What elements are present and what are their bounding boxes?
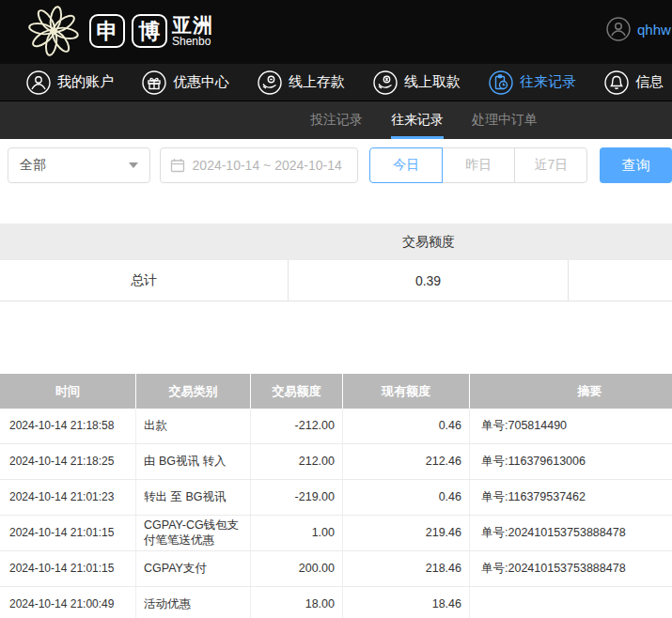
logo-char-1: 申 <box>89 14 125 48</box>
table-row: 2024-10-14 21:01:15CGPAY支付200.00218.46单号… <box>0 551 672 587</box>
cell-time: 2024-10-14 21:01:15 <box>0 516 136 550</box>
cell-time: 2024-10-14 21:01:15 <box>0 551 136 586</box>
cell-amount: 1.00 <box>251 516 343 550</box>
summary-total-label: 总计 <box>0 260 289 301</box>
cell-type: 转出 至 BG视讯 <box>136 480 251 515</box>
quick-date-button-yesterday[interactable]: 昨日 <box>442 147 515 183</box>
cell-type: CGPAY支付 <box>136 551 251 586</box>
cell-remark <box>470 587 672 618</box>
cell-amount: -212.00 <box>251 409 343 443</box>
cell-remark: 单号:705814490 <box>470 409 672 443</box>
nav-item-transfer-records[interactable]: 往来记录 <box>489 70 576 95</box>
withdraw-hand-icon <box>373 70 398 95</box>
logo-region-en: Shenbo <box>172 36 213 48</box>
bell-icon <box>604 70 629 95</box>
nav-item-label: 我的账户 <box>57 73 114 91</box>
cell-balance: 219.46 <box>343 516 470 550</box>
quick-date-button-last7days[interactable]: 近7日 <box>514 147 587 183</box>
transaction-type-value: 全部 <box>20 157 46 174</box>
flower-logo-icon <box>24 2 83 60</box>
cell-amount: 18.00 <box>251 587 343 618</box>
nav-item-label: 往来记录 <box>520 73 576 91</box>
user-account-button[interactable]: qhhw <box>606 17 671 41</box>
table-row: 2024-10-14 21:18:25由 BG视讯 转入212.00212.46… <box>0 444 672 480</box>
cell-time: 2024-10-14 21:01:23 <box>0 480 136 515</box>
deposit-hand-icon <box>258 70 282 95</box>
cell-remark: 单号:202410153753888478 <box>470 516 672 550</box>
username-label: qhhw <box>637 22 671 38</box>
gift-icon <box>142 70 166 95</box>
nav-item-messages[interactable]: 信息 <box>604 70 664 95</box>
logo-region: 亚洲 Shenbo <box>172 15 213 48</box>
table-row: 2024-10-14 21:01:15CGPAY-CG钱包支付笔笔送优惠1.00… <box>0 516 672 551</box>
filter-bar: 全部 2024-10-14 ~ 2024-10-14 今日昨日近7日 查询 <box>0 139 672 183</box>
nav-item-online-withdraw[interactable]: 线上取款 <box>373 70 461 95</box>
logo-region-cn: 亚洲 <box>172 15 213 36</box>
summary-header-spacer <box>0 224 289 260</box>
nav-item-label: 线上取款 <box>404 73 461 91</box>
column-header: 时间 <box>0 374 136 409</box>
summary-total-spacer <box>569 260 672 301</box>
cell-time: 2024-10-14 21:18:58 <box>0 409 136 443</box>
cell-type: CGPAY-CG钱包支付笔笔送优惠 <box>136 516 251 550</box>
calendar-icon <box>170 158 185 173</box>
column-header: 摘要 <box>470 374 672 409</box>
cell-balance: 18.46 <box>343 587 470 618</box>
nav-item-promo-center[interactable]: 优惠中心 <box>142 70 229 95</box>
nav-item-label: 线上存款 <box>289 73 345 91</box>
column-header: 交易类别 <box>136 374 251 409</box>
brand-logo[interactable]: 申 博 亚洲 Shenbo <box>24 2 213 60</box>
date-range-value: 2024-10-14 ~ 2024-10-14 <box>193 158 342 173</box>
column-header: 现有额度 <box>343 374 470 409</box>
records-table: 时间交易类别交易额度现有额度摘要 2024-10-14 21:18:58出款-2… <box>0 374 672 618</box>
summary-total-value: 0.39 <box>289 260 569 301</box>
subnav-tab-transfer-records[interactable]: 往来记录 <box>391 101 444 139</box>
summary-header-row: 交易额度 <box>0 224 672 260</box>
nav-item-online-deposit[interactable]: 线上存款 <box>258 70 345 95</box>
chevron-down-icon <box>129 162 138 168</box>
logo-char-2: 博 <box>132 14 167 48</box>
subnav-tab-pending-orders[interactable]: 处理中订单 <box>472 101 538 139</box>
nav-item-my-account[interactable]: 我的账户 <box>26 70 114 95</box>
summary-header-spacer <box>569 224 672 260</box>
quick-date-button-today[interactable]: 今日 <box>369 147 443 183</box>
cell-time: 2024-10-14 21:00:49 <box>0 587 136 618</box>
cell-balance: 218.46 <box>343 551 470 586</box>
records-body: 2024-10-14 21:18:58出款-212.000.46单号:70581… <box>0 409 672 618</box>
nav-item-label: 信息 <box>635 73 664 91</box>
date-range-input[interactable]: 2024-10-14 ~ 2024-10-14 <box>160 147 359 183</box>
cell-amount: -219.00 <box>251 480 343 515</box>
main-nav: 我的账户优惠中心线上存款线上取款往来记录信息 <box>0 64 672 101</box>
cell-balance: 0.46 <box>343 409 470 443</box>
cell-type: 出款 <box>136 409 251 443</box>
records-clipboard-icon <box>489 70 513 95</box>
cell-remark: 单号:116379613006 <box>470 444 672 479</box>
summary-table: 交易额度 总计 0.39 <box>0 224 672 301</box>
search-button[interactable]: 查询 <box>600 147 672 183</box>
cell-amount: 212.00 <box>251 444 343 479</box>
avatar-icon <box>606 17 631 41</box>
cell-remark: 单号:116379537462 <box>470 480 672 515</box>
subnav-tab-bet-records[interactable]: 投注记录 <box>310 101 363 139</box>
cell-type: 由 BG视讯 转入 <box>136 444 251 479</box>
user-icon <box>26 70 51 95</box>
summary-header-label: 交易额度 <box>289 224 569 260</box>
cell-time: 2024-10-14 21:18:25 <box>0 444 136 479</box>
table-row: 2024-10-14 21:01:23转出 至 BG视讯-219.000.46单… <box>0 480 672 516</box>
records-header-row: 时间交易类别交易额度现有额度摘要 <box>0 374 672 409</box>
sub-nav: 投注记录往来记录处理中订单 <box>0 101 672 139</box>
cell-amount: 200.00 <box>251 551 343 586</box>
column-header: 交易额度 <box>251 374 343 409</box>
top-bar: 申 博 亚洲 Shenbo qhhw <box>0 0 672 64</box>
table-row: 2024-10-14 21:00:49活动优惠18.0018.46 <box>0 587 672 618</box>
quick-date-button-group: 今日昨日近7日 <box>369 147 587 183</box>
nav-item-label: 优惠中心 <box>173 73 229 91</box>
cell-type: 活动优惠 <box>136 587 251 618</box>
summary-total-row: 总计 0.39 <box>0 260 672 301</box>
cell-remark: 单号:202410153753888478 <box>470 551 672 586</box>
transaction-type-select[interactable]: 全部 <box>8 147 150 183</box>
cell-balance: 0.46 <box>343 480 470 515</box>
cell-balance: 212.46 <box>343 444 470 479</box>
table-row: 2024-10-14 21:18:58出款-212.000.46单号:70581… <box>0 409 672 444</box>
